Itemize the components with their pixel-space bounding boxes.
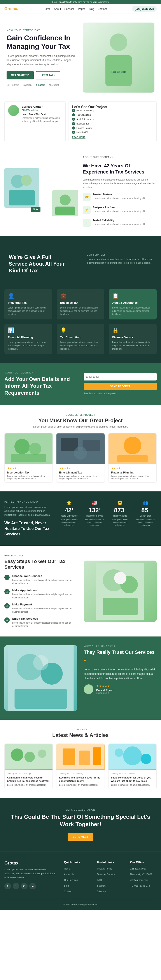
youtube-icon[interactable]: ▶ <box>29 883 36 889</box>
stat-staff: 👥 85+ Expert Staff Lorem ipsum dolor sit… <box>134 500 157 537</box>
footer-support[interactable]: Support <box>97 883 124 888</box>
learn-desc: Lorem ipsum dolor sit amet consectetur a… <box>22 116 62 123</box>
svg-rect-38 <box>93 748 101 765</box>
footer-link-about[interactable]: About Us <box>64 872 90 876</box>
step-dot-1: 1 <box>4 575 10 580</box>
about-main-image <box>4 168 39 208</box>
footer-col-2-title: Useful Links <box>97 861 124 864</box>
projects-grid: ★★★★ Incorporation Tax Lorem ipsum dolor… <box>4 433 157 483</box>
nav-links: Home About Services Pages Blog Contact <box>43 8 107 11</box>
svg-point-6 <box>21 175 32 186</box>
news-section: Our News Latest News & Articles January … <box>0 720 161 798</box>
cta-form: SEND PROJECT Free Trial no credit card r… <box>84 373 157 395</box>
footer-terms[interactable]: Terms of Service <box>97 872 124 876</box>
send-project-button[interactable]: SEND PROJECT <box>84 383 157 390</box>
linkedin-icon[interactable]: in <box>21 883 27 889</box>
project-body-2: ★★★★★ Entertainment Tax Lorem ipsum dolo… <box>56 464 104 482</box>
feature-trusted-text: Trusted Partner Lorem ipsum dolor sit am… <box>93 193 145 204</box>
twitter-icon[interactable]: t <box>13 883 19 889</box>
footer-email[interactable]: info@grotax.com <box>130 878 157 882</box>
footer-bottom: © 2024 Grotax. All Rights Reserved. <box>4 900 157 906</box>
footer-link-blog[interactable]: Blog <box>64 883 90 888</box>
project-item: ✓ Business Tax <box>72 122 153 125</box>
about-badge: 359+ <box>30 207 40 212</box>
lets-meet-button[interactable]: LET'S MEET <box>68 833 93 841</box>
nav-about[interactable]: About <box>54 8 61 11</box>
facebook-icon[interactable]: f <box>4 883 11 889</box>
stat-industries: 🏭 132+ Industries Served Lorem ipsum dol… <box>84 500 106 537</box>
footer-brand-desc: Lorem ipsum dolor sit amet consectetur a… <box>4 868 57 879</box>
testimonial-image <box>4 645 77 711</box>
testimonial-right: What Our Client Say's They Really Trust … <box>84 645 157 711</box>
lets-talk-button[interactable]: LET'S TALK <box>36 71 61 80</box>
how-section: How It Works Easy Steps To Get Our Tax S… <box>0 546 161 636</box>
fastpace-icon: ⚡ <box>83 206 91 214</box>
svg-point-41 <box>115 749 123 757</box>
hero-person-svg: Tax Expert <box>101 29 136 86</box>
get-started-button[interactable]: GET STARTED <box>6 71 34 80</box>
testimonial-left <box>4 645 77 711</box>
collab-label: Let's Collaboration <box>4 809 157 811</box>
nav-services[interactable]: Services <box>64 8 74 11</box>
how-image <box>84 560 157 622</box>
news-meta-3: January 25, 2024 · Finance <box>111 773 154 775</box>
project-rating-1: ★★★★ <box>7 467 50 470</box>
stat-experience-label: Years Experience <box>58 515 80 517</box>
svg-rect-5 <box>9 190 35 205</box>
stat-experience-number: 42+ <box>58 507 80 514</box>
projects-label: Successful Project <box>4 414 157 416</box>
testimonial-text: Lorem ipsum dolor sit amet, consectetur … <box>84 667 157 681</box>
services-header: We're Give A Full Service About All Your… <box>4 245 157 283</box>
project-img-2 <box>56 433 104 464</box>
hero-subtitle: Now Your Stress Day <box>6 29 78 32</box>
logo[interactable]: Grotax. <box>4 6 18 11</box>
how-title: Easy Steps To Get Our Tax Services <box>4 558 77 570</box>
footer-privacy[interactable]: Privacy Policy <box>97 867 124 870</box>
read-more-link[interactable]: READ MORE <box>72 136 153 138</box>
services-section: We're Give A Full Service About All Your… <box>0 236 161 363</box>
svg-point-30 <box>33 655 49 670</box>
phone-number[interactable]: (025) 3336 278 <box>132 6 157 12</box>
footer-links-3: 123 Tax Street New York, NY 10001 info@g… <box>130 867 157 888</box>
project-item: ✓ Financial Planning <box>72 109 153 112</box>
author-avatar <box>84 684 93 694</box>
individual-icon: 👤 <box>8 293 49 299</box>
staff-icon: 👥 <box>134 500 157 506</box>
project-body-3: ★★★★ Financial Planning Lorem ipsum dolo… <box>108 464 156 482</box>
stat-industries-number: 132+ <box>84 507 106 514</box>
footer-link-home[interactable]: Home <box>64 867 90 870</box>
nav-blog[interactable]: Blog <box>89 8 94 11</box>
cta-email-input[interactable] <box>84 373 157 380</box>
footer-logo: Grotax. <box>4 861 57 865</box>
stats-left: Perfect Mind You Know Lorem ipsum dolor … <box>4 500 54 537</box>
nav-contact[interactable]: Contact <box>97 8 107 11</box>
stat-experience: ⭐ 42+ Years Experience Lorem ipsum dolor… <box>58 500 80 537</box>
step-4-content: Enjoy Tax Services Lorem ipsum dolor sit… <box>12 617 77 628</box>
about-person-svg <box>52 190 78 216</box>
svg-point-8 <box>60 194 71 205</box>
hero-photo: Tax Expert <box>83 22 155 92</box>
news-card-2: January 20, 2024 · Industry Key rules an… <box>56 743 105 789</box>
footer-link-contact[interactable]: Contact <box>64 889 90 893</box>
navigation: Grotax. Home About Services Pages Blog C… <box>0 4 161 14</box>
footer-link-services[interactable]: Our Services <box>64 878 90 882</box>
author-info: ★★★★★ Gerald Flynn Entrepreneur <box>96 684 113 694</box>
testimonial-stars: ★★★★★ <box>96 684 113 688</box>
footer-sitemap[interactable]: Sitemap <box>97 889 124 893</box>
nav-home[interactable]: Home <box>43 8 51 11</box>
svg-rect-0 <box>110 33 127 51</box>
footer-faq[interactable]: FAQ <box>97 878 124 882</box>
about-secondary-image <box>52 190 78 216</box>
how-illustration <box>96 563 144 620</box>
step-dot-4: 4 <box>4 617 10 623</box>
projects-desc: Lorem ipsum dolor sit amet consectetur a… <box>4 425 157 428</box>
feature-trusted: 🤝 Trusted Partner Lorem ipsum dolor sit … <box>83 193 157 204</box>
step-1: 1 Choose Your Services Lorem ipsum dolor… <box>4 574 77 585</box>
project-card: Let's See Our Project ✓ Financial Planni… <box>68 101 157 142</box>
testimonial-label: What Our Client Say's <box>84 645 157 648</box>
service-audit-title: Audit & Assurance <box>112 301 153 304</box>
footer-phone[interactable]: +1 (025) 3336 278 <box>130 883 157 888</box>
check-icon-2: ✓ <box>72 113 75 116</box>
nav-pages[interactable]: Pages <box>78 8 85 11</box>
hero-title: Gain Confidence In Managing Your Tax <box>6 34 78 51</box>
